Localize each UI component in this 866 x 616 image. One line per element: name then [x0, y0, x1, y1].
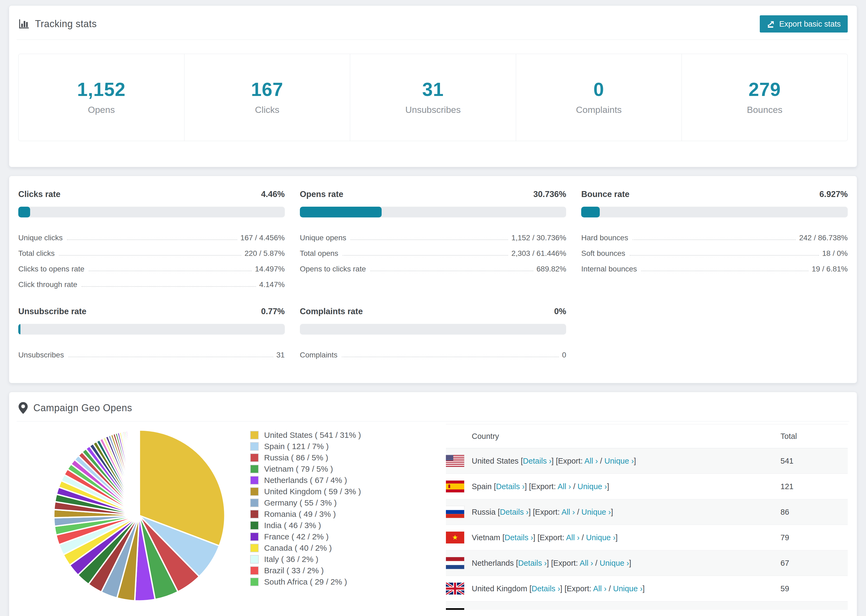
stat-value-bounces: 279: [682, 79, 847, 100]
rate-row-unsubscribes: Unsubscribes31: [18, 344, 285, 359]
legend-item-india[interactable]: India ( 46 / 3% ): [250, 520, 361, 531]
export-basic-stats-button[interactable]: Export basic stats: [760, 15, 848, 33]
geo-table-row-netherlands: Netherlands [Details ›] [Export: All › /…: [446, 550, 848, 576]
bracket: ]: [616, 533, 618, 542]
legend-swatch-germany: [250, 498, 259, 507]
geo-table-row-germany: Germany [Details ›] [Export: All › / Uni…: [446, 602, 848, 610]
rate-block-clicks-rate: Clicks rate4.46%Unique clicks167 / 4.456…: [18, 190, 285, 289]
legend-swatch-south-africa: [250, 578, 259, 586]
export-unique-link-vietnam[interactable]: Unique ›: [586, 533, 616, 542]
details-link-united-kingdom[interactable]: Details ›: [531, 584, 560, 593]
stat-label-unsubscribes: Unsubscribes: [350, 105, 516, 115]
rate-block-header: Bounce rate6.927%: [581, 190, 848, 199]
legend-swatch-france: [250, 533, 259, 541]
legend-item-russia[interactable]: Russia ( 86 / 5% ): [250, 452, 361, 464]
header-divider: [17, 39, 849, 40]
rate-rows: Hard bounces242 / 86.738%Soft bounces18 …: [581, 226, 848, 273]
details-link-united-states[interactable]: Details ›: [523, 457, 551, 465]
legend-swatch-india: [250, 521, 259, 530]
tracking-card-title: Tracking stats: [18, 18, 97, 30]
country-cell-united-kingdom: United Kingdom [Details ›] [Export: All …: [472, 584, 781, 593]
export-unique-link-united-kingdom[interactable]: Unique ›: [613, 584, 642, 593]
slash-segment: /: [579, 533, 586, 542]
flag-icon-de: [446, 608, 464, 610]
map-pin-icon: [18, 402, 28, 414]
export-all-link-united-kingdom[interactable]: All ›: [593, 584, 606, 593]
export-unique-link-spain[interactable]: Unique ›: [578, 482, 607, 491]
rate-row-total-opens: Total opens2,303 / 61.446%: [300, 242, 567, 258]
legend-swatch-united-kingdom: [250, 487, 259, 496]
export-button-label: Export basic stats: [779, 20, 841, 28]
legend-item-romania[interactable]: Romania ( 49 / 3% ): [250, 509, 361, 520]
rate-row-label: Complaints: [300, 351, 337, 359]
rate-value-opens-rate: 30.736%: [533, 190, 566, 199]
rate-row-value: 167 / 4.456%: [241, 234, 285, 242]
rate-row-label: Unique opens: [300, 234, 346, 242]
dotted-leader: [89, 271, 252, 271]
export-all-link-vietnam[interactable]: All ›: [566, 533, 579, 542]
bracket: [: [527, 584, 531, 593]
legend-item-canada[interactable]: Canada ( 40 / 2% ): [250, 542, 361, 554]
export-unique-link-netherlands[interactable]: Unique ›: [600, 559, 629, 567]
legend-item-spain[interactable]: Spain ( 121 / 7% ): [250, 441, 361, 452]
rate-value-unsubscribe-rate: 0.77%: [261, 306, 285, 316]
legend-item-netherlands[interactable]: Netherlands ( 67 / 4% ): [250, 475, 361, 486]
rate-row-label: Clicks to opens rate: [18, 265, 85, 273]
flag-icon-vn: [446, 532, 464, 544]
legend-item-vietnam[interactable]: Vietnam ( 79 / 5% ): [250, 464, 361, 475]
country-name: Netherlands: [472, 559, 514, 567]
rate-row-label: Click through rate: [18, 280, 77, 289]
geo-chart-pane: United States ( 541 / 31% )Spain ( 121 /…: [18, 424, 446, 616]
details-link-vietnam[interactable]: Details ›: [505, 533, 533, 542]
legend-item-germany[interactable]: Germany ( 55 / 3% ): [250, 497, 361, 509]
flag-icon-es: [446, 481, 464, 492]
export-all-link-netherlands[interactable]: All ›: [579, 559, 593, 567]
bracket: ]: [642, 584, 645, 593]
rate-row-opens-to-clicks-rate: Opens to clicks rate689.82%: [300, 258, 567, 273]
dotted-leader: [641, 271, 808, 271]
rate-row-label: Soft bounces: [581, 249, 625, 258]
rate-row-internal-bounces: Internal bounces19 / 6.81%: [581, 258, 848, 273]
tracking-stats-card: Tracking stats Export basic stats 1,152O…: [9, 5, 857, 167]
rate-row-label: Internal bounces: [581, 265, 637, 273]
export-all-link-united-states[interactable]: All ›: [584, 457, 598, 465]
details-link-netherlands[interactable]: Details ›: [518, 559, 547, 567]
rate-block-header: Clicks rate4.46%: [18, 190, 285, 199]
rate-row-unique-clicks: Unique clicks167 / 4.456%: [18, 226, 285, 242]
stat-box-bounces: 279Bounces: [682, 54, 847, 141]
legend-label-france: France ( 42 / 2% ): [264, 532, 329, 541]
pie-slice-other-50[interactable]: [139, 430, 139, 515]
rate-row-label: Unique clicks: [18, 234, 63, 242]
bracket: [: [514, 559, 518, 567]
legend-label-romania: Romania ( 49 / 3% ): [264, 509, 336, 519]
details-link-spain[interactable]: Details ›: [496, 482, 524, 491]
export-unique-link-united-states[interactable]: Unique ›: [604, 457, 634, 465]
bracket: [: [491, 482, 496, 491]
legend-item-south-africa[interactable]: South Africa ( 29 / 2% ): [250, 576, 361, 588]
bracket: ]: [611, 508, 613, 516]
geo-opens-card: Campaign Geo Opens United States ( 541 /…: [9, 392, 857, 616]
legend-label-south-africa: South Africa ( 29 / 2% ): [264, 577, 347, 586]
dotted-leader: [343, 255, 508, 256]
rate-block-complaints-rate: Complaints rate0%Complaints0: [300, 306, 567, 359]
export-unique-link-russia[interactable]: Unique ›: [581, 508, 611, 516]
export-all-link-russia[interactable]: All ›: [562, 508, 575, 516]
rate-block-header: Unsubscribe rate0.77%: [18, 306, 285, 316]
dotted-leader: [82, 286, 256, 287]
export-all-link-spain[interactable]: All ›: [557, 482, 571, 491]
progress-fill-opens-rate: [300, 207, 382, 217]
bracket: [: [496, 508, 500, 516]
stat-value-opens: 1,152: [19, 79, 184, 100]
details-link-russia[interactable]: Details ›: [500, 508, 529, 516]
legend-item-united-kingdom[interactable]: United Kingdom ( 59 / 3% ): [250, 486, 361, 497]
legend-item-united-states[interactable]: United States ( 541 / 31% ): [250, 429, 361, 441]
country-cell-russia: Russia [Details ›] [Export: All › / Uniq…: [472, 508, 781, 517]
legend-item-brazil[interactable]: Brazil ( 33 / 2% ): [250, 565, 361, 576]
country-cell-vietnam: Vietnam [Details ›] [Export: All › / Uni…: [472, 533, 781, 542]
tracking-card-title-text: Tracking stats: [35, 18, 97, 30]
legend-item-france[interactable]: France ( 42 / 2% ): [250, 531, 361, 542]
rate-row-value: 689.82%: [537, 265, 567, 273]
rate-row-value: 2,303 / 61.446%: [511, 249, 566, 258]
legend-item-italy[interactable]: Italy ( 36 / 2% ): [250, 554, 361, 565]
dotted-leader: [59, 255, 241, 256]
